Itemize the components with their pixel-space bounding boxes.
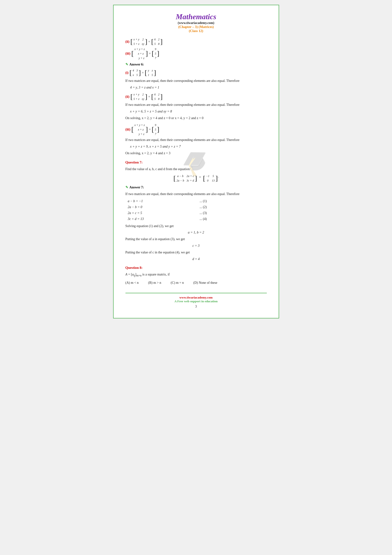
cell-2: 5 (155, 127, 156, 132)
q7-equation: [ a − b 2a + c 2a − b 3c + d ] = [ −1 5 (125, 174, 267, 183)
equals-sign: = (148, 39, 150, 45)
header-class: (Class 12) (125, 29, 267, 33)
bracket-right: ] (138, 70, 141, 76)
matrix-a6ii-right: [ 6 2 5 8 ] (151, 92, 163, 101)
cell-1: 4 (133, 68, 134, 73)
matrix-cells: x + y 2 5 + z xy (133, 37, 145, 46)
result-ab: a = 1, b = 2 (125, 230, 267, 235)
cell-1: a − b (176, 174, 184, 178)
result-d: d = 4 (125, 256, 267, 262)
matrix-cells: x + y 2 5 + z xy (133, 92, 145, 101)
answer7-text: Answer 7: (129, 185, 144, 190)
bracket-left: [ (130, 39, 133, 45)
bracket-right: ] (157, 126, 159, 133)
bracket-right: ] (145, 94, 147, 100)
cell-4: 8 (158, 97, 160, 101)
a6-part-i-label: (i) (125, 70, 128, 76)
a6-part-ii-label: (ii) (125, 94, 129, 100)
bracket-left: [ (145, 70, 147, 76)
cell-4: xy (142, 42, 144, 46)
cell-2: z (151, 68, 153, 73)
matrix-cells: 9 5 7 (154, 47, 157, 60)
bracket-left: [ (151, 126, 154, 133)
bracket-right: ] (215, 175, 218, 182)
eq4: 3c + d = 13 (128, 216, 195, 222)
question7-text: Find the value of a, b, c and d from the… (125, 166, 267, 172)
matrix-a6ii-left: [ x + y 2 5 + z xy ] (130, 92, 148, 101)
matrix-a6-right: [ y z 1 5 ] (145, 68, 156, 77)
cell-3: 0 (206, 178, 209, 183)
cell-4: 5 (136, 73, 138, 77)
part-iii-equation: (iii) [ x + y + z x + z y + z ] = [ 9 5 (125, 47, 267, 60)
page: 🎓 Mathematics (www.tiwariacademy.com) (C… (113, 5, 279, 318)
cell-1: 9 (155, 47, 156, 51)
eq2: 2a − b = 0 (128, 204, 195, 210)
footer-tagline: A Free web support in education (125, 299, 267, 303)
matrix-cells: x + y + z x + z y + z (134, 123, 146, 136)
part-ii-label: (ii) (125, 39, 129, 45)
bracket-left: [ (129, 70, 132, 76)
equals-sign: = (142, 70, 144, 76)
explanation-equal-2: If two matrices are equal, then their co… (125, 102, 267, 108)
option-d: (D) None of these (193, 280, 217, 286)
matrix-cells: 4 3 x 5 (132, 68, 138, 77)
cell-2: x + z (135, 127, 145, 132)
bracket-left: [ (203, 175, 205, 182)
cell-2: 2 (142, 37, 144, 42)
option-a: (A) m < n (125, 280, 139, 286)
cell-1: 9 (155, 123, 156, 127)
matrix-cells: a − b 2a + c 2a − b 3c + d (176, 174, 195, 183)
a6-part-iii-equation: (iii) [ x + y + z x + z y + z ] = [ 9 5 (125, 123, 267, 136)
cell-2: 2 (142, 92, 144, 97)
option-c: (C) m = n (171, 280, 184, 286)
question8-title: Question 8: (125, 265, 267, 271)
cell-1: x + y + z (135, 47, 145, 51)
cell-3: x (133, 73, 134, 77)
eq1-num: ... (1) (200, 198, 267, 204)
cell-4: 8 (158, 42, 160, 46)
header-url: (www.tiwariacademy.com) (125, 21, 267, 25)
cell-2: 2a + c (186, 174, 194, 178)
part-iii-label: (iii) (125, 51, 130, 57)
eq3-num: ... (3) (200, 210, 267, 216)
matrix-a6iii-right: [ 9 5 7 ] (151, 123, 159, 136)
a6i-result: 4 = y, 3 = z and x = 1 (130, 85, 267, 90)
matrix-left-iii: [ x + y + z x + z y + z ] (131, 47, 148, 60)
bracket-left: [ (130, 94, 133, 100)
matrix-cells: x + y + z x + z y + z (134, 47, 146, 60)
bracket-right: ] (195, 175, 197, 182)
cell-4: 3c + d (186, 178, 194, 183)
equals-sign: = (149, 51, 151, 57)
a6-part-ii-equation: (ii) [ x + y 2 5 + z xy ] = [ 6 (125, 92, 267, 101)
cell-2: 2 (158, 37, 160, 42)
cell-3: 5 (154, 42, 156, 46)
bracket-right: ] (160, 39, 163, 45)
matrix-cells: y z 1 5 (147, 68, 154, 77)
cell-2: x + z (135, 51, 145, 56)
cell-4: 5 (151, 73, 153, 77)
answer7-label: ✎ Answer 7: (125, 185, 267, 190)
explanation-equal-3: If two matrices are equal, then their co… (125, 137, 267, 143)
cell-3: 1 (148, 73, 149, 77)
cell-3: y + z (135, 132, 145, 136)
equals-sign: = (148, 94, 150, 100)
equals-sign: = (199, 174, 201, 183)
putting-a: Putting the value of a in equation (3), … (125, 236, 267, 242)
option-b: (B) m > n (148, 280, 161, 286)
matrix-cells: 6 2 5 8 (154, 92, 160, 101)
page-title: Mathematics (125, 12, 267, 21)
page-footer: www.tiwariacademy.com A Free web support… (125, 293, 267, 308)
a6iii-result1: x + y + z = 9, x + z = 5 and y + z = 7 (130, 144, 267, 149)
cell-4: 13 (212, 178, 215, 183)
bracket-left: [ (131, 51, 134, 57)
matrix-a6iii-left: [ x + y + z x + z y + z ] (131, 123, 148, 136)
cell-3: 5 + z (134, 97, 139, 101)
question8-rest: is a square matrix, if (142, 272, 170, 276)
question7-title: Question 7: (125, 160, 267, 165)
cell-3: 7 (155, 132, 156, 136)
cell-3: 5 + z (134, 42, 139, 46)
a6-part-iii-label: (iii) (125, 127, 130, 132)
pencil-icon: ✎ (125, 62, 128, 67)
bracket-right: ] (145, 126, 148, 133)
eq2-num: ... (2) (200, 204, 267, 210)
